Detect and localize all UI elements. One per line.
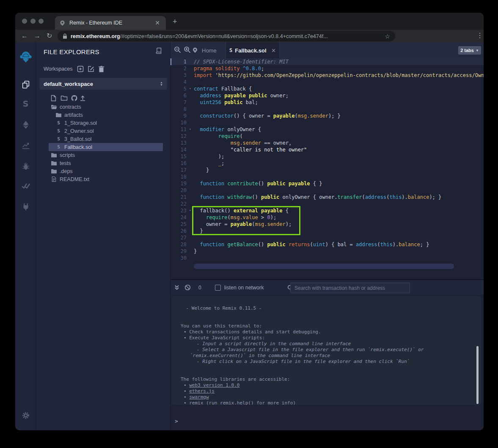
sidebar-item-unit-testing[interactable] xyxy=(15,179,36,193)
code-line[interactable]: 30 xyxy=(171,255,484,261)
create-workspace-icon[interactable] xyxy=(77,66,84,72)
workspace-select[interactable]: default_workspace ▲▼ xyxy=(39,78,167,90)
tree-item-contracts[interactable]: contracts xyxy=(49,103,163,111)
sidebar-item-file-explorers[interactable] xyxy=(15,77,36,92)
terminal-line: • Execute JavaScript scripts: xyxy=(181,335,481,341)
code-line[interactable]: 15 ); xyxy=(171,153,484,160)
code-line[interactable]: 19 function contribute() public payable … xyxy=(171,180,484,187)
screenshot-stage: Remix - Ethereum IDE ✕ + ← → ↻ remix.eth… xyxy=(0,0,498,448)
docs-book-icon[interactable] xyxy=(156,47,162,54)
terminal-link[interactable]: ethers.js xyxy=(189,388,215,394)
code-line[interactable]: 29} xyxy=(171,248,484,255)
tab-home[interactable]: Home xyxy=(192,42,217,58)
tree-item-fallback-sol[interactable]: SFallback.sol xyxy=(49,143,163,151)
tree-item-3-ballot-sol[interactable]: S3_Ballot.sol xyxy=(49,135,163,143)
terminal-search-input[interactable] xyxy=(290,283,410,293)
terminal-scrollbar[interactable] xyxy=(476,346,479,404)
upload-file-icon[interactable] xyxy=(80,95,86,101)
folder-icon xyxy=(51,153,57,158)
back-icon[interactable]: ← xyxy=(21,31,28,41)
code-line[interactable]: 9 constructor() { owner = payable(msg.se… xyxy=(171,113,484,119)
file-icon xyxy=(51,176,57,182)
fold-spacer xyxy=(187,146,194,153)
tab-title: Remix - Ethereum IDE xyxy=(69,20,153,26)
listen-on-network-checkbox[interactable] xyxy=(215,285,221,291)
sidebar-item-deploy-and-run[interactable] xyxy=(15,118,36,132)
code-line[interactable]: 12 require( xyxy=(171,133,484,140)
sidebar-item-plugin-manager[interactable] xyxy=(15,200,36,214)
code-line[interactable]: 14 "caller is not the owner" xyxy=(171,146,484,153)
code-line[interactable]: 13 msg.sender == owner, xyxy=(171,140,484,146)
expand-terminal-icon[interactable] xyxy=(174,285,179,291)
traffic-light-close[interactable] xyxy=(22,19,27,24)
url-bar[interactable]: remix.ethereum.org /#optimize=false&runs… xyxy=(58,31,395,41)
sidebar-item-solidity-compiler[interactable]: S xyxy=(15,96,36,111)
tree-item-label: 1_Storage.sol xyxy=(64,120,97,126)
tree-item-1-storage-sol[interactable]: S1_Storage.sol xyxy=(49,119,163,127)
code-line[interactable]: 7 uint256 public bal; xyxy=(171,99,484,106)
line-number: 19 xyxy=(171,180,187,187)
code-line[interactable]: 8 xyxy=(171,106,484,113)
code-line[interactable]: 18 xyxy=(171,173,484,180)
forward-icon[interactable]: → xyxy=(34,31,41,41)
zoom-in-icon[interactable] xyxy=(184,46,191,53)
clear-pending-icon[interactable] xyxy=(184,284,191,291)
code-line[interactable]: 1// SPDX-License-Identifier: MIT xyxy=(171,58,484,65)
tree-item-readme-txt[interactable]: README.txt xyxy=(49,175,163,183)
delete-workspace-icon[interactable] xyxy=(98,66,105,72)
traffic-light-zoom[interactable] xyxy=(39,19,44,24)
fold-arrow-icon[interactable]: ▾ xyxy=(187,85,194,92)
fold-spacer xyxy=(187,234,194,241)
tree-item-artifacts[interactable]: artifacts xyxy=(49,111,163,119)
code-line[interactable]: 28 function getBalance() public returns(… xyxy=(171,241,484,248)
new-folder-icon[interactable] xyxy=(61,95,68,101)
bookmark-star-icon[interactable]: ☆ xyxy=(385,33,390,40)
code-line[interactable]: 27 xyxy=(171,234,484,241)
code-line[interactable]: 4 xyxy=(171,79,484,85)
code-line[interactable]: 5▾contract Fallback { xyxy=(171,85,484,92)
fold-spacer xyxy=(187,65,194,72)
code-line[interactable]: 11▾ modifier onlyOwner { xyxy=(171,126,484,133)
import-from-github-icon[interactable] xyxy=(71,95,78,102)
kebab-menu-icon[interactable]: ⋮ xyxy=(476,31,483,40)
code-line[interactable]: 21 function withdraw() public onlyOwner … xyxy=(171,194,484,201)
sidebar-item-analysis[interactable] xyxy=(15,138,36,153)
terminal-line: • ethers.js xyxy=(181,388,481,394)
code-line[interactable]: 17 } xyxy=(171,167,484,173)
remix-logo[interactable] xyxy=(15,50,36,64)
browser-tab[interactable]: Remix - Ethereum IDE ✕ xyxy=(55,16,166,30)
code-line[interactable]: 10 xyxy=(171,119,484,126)
sidebar-item-debugger[interactable] xyxy=(15,159,36,174)
tab-close-icon[interactable]: ✕ xyxy=(153,19,162,26)
tab-close-icon[interactable]: ✕ xyxy=(271,47,276,54)
refresh-icon[interactable]: ↻ xyxy=(47,31,52,41)
line-number: 16 xyxy=(171,160,187,167)
terminal-link[interactable]: web3 version 1.0.0 xyxy=(189,382,239,388)
terminal-prompt[interactable]: > xyxy=(175,418,178,424)
settings-gear-icon[interactable] xyxy=(15,408,36,423)
code-line[interactable]: 6 address payable public owner; xyxy=(171,92,484,99)
traffic-light-minimize[interactable] xyxy=(30,19,36,24)
tree-item-scripts[interactable]: scripts xyxy=(49,151,163,159)
code-line[interactable]: 3import 'https://github.com/OpenZeppelin… xyxy=(171,72,484,79)
code-line[interactable]: 2pragma solidity ^0.8.0; xyxy=(171,65,484,72)
tab-fallback-sol[interactable]: S Fallback.sol ✕ xyxy=(226,42,280,58)
tree-item-2-owner-sol[interactable]: S2_Owner.sol xyxy=(49,127,163,135)
terminal-link[interactable]: swarmgw xyxy=(189,394,209,400)
code-text: uint256 public bal; xyxy=(194,99,484,106)
terminal-line: - Input a script directly in the command… xyxy=(181,341,481,347)
workspaces-label: Workspaces xyxy=(44,66,73,72)
code-text: function getBalance() public returns(uin… xyxy=(194,241,484,248)
new-tab-button[interactable]: + xyxy=(173,18,177,25)
terminal-line: - Welcome to Remix 0.11.5 - xyxy=(181,305,481,311)
new-file-icon[interactable] xyxy=(51,95,56,102)
zoom-out-icon[interactable] xyxy=(174,46,181,53)
tabs-count-button[interactable]: 2 tabs ▼ xyxy=(458,46,481,55)
editor-horizontal-scrollbar[interactable] xyxy=(194,264,454,269)
code-line[interactable]: 16 _; xyxy=(171,160,484,167)
tree-item-tests[interactable]: tests xyxy=(49,159,163,167)
rename-workspace-icon[interactable] xyxy=(88,66,94,72)
tree-item--deps[interactable]: .deps xyxy=(49,167,163,175)
code-line[interactable]: 20 xyxy=(171,187,484,194)
fold-arrow-icon[interactable]: ▾ xyxy=(187,126,194,133)
